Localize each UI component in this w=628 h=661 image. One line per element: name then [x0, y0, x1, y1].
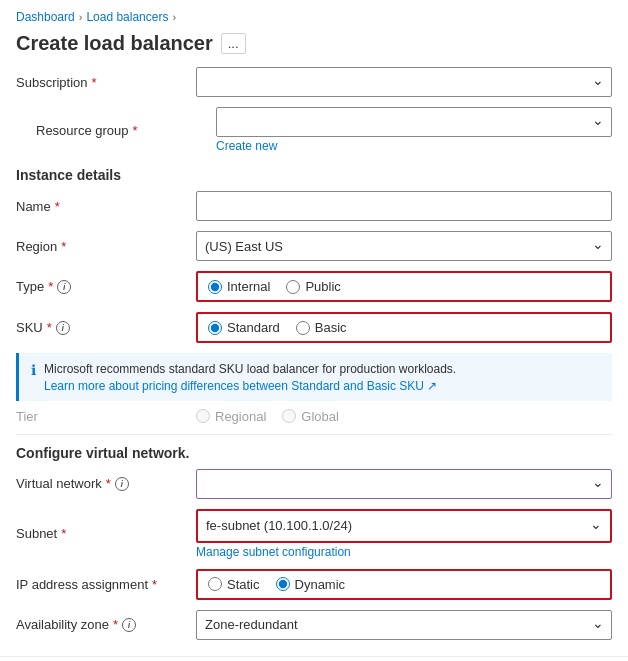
az-dropdown-wrap: Zone-redundant — [196, 610, 612, 640]
ip-address-label: IP address assignment * — [16, 577, 196, 592]
info-banner: ℹ Microsoft recommends standard SKU load… — [16, 353, 612, 401]
sku-basic-option[interactable]: Basic — [296, 320, 347, 335]
type-control: Internal Public — [196, 271, 612, 302]
sku-row: SKU * i Standard Basic — [16, 312, 612, 343]
subnet-outlined-box: fe-subnet (10.100.1.0/24) — [196, 509, 612, 543]
vnet-info-icon[interactable]: i — [115, 477, 129, 491]
info-banner-content: Microsoft recommends standard SKU load b… — [44, 361, 456, 393]
name-input[interactable] — [196, 191, 612, 221]
region-required: * — [61, 239, 66, 254]
type-label: Type * i — [16, 279, 196, 294]
availability-zone-label: Availability zone * i — [16, 617, 196, 632]
type-public-option[interactable]: Public — [286, 279, 340, 294]
subnet-row: Subnet * fe-subnet (10.100.1.0/24) Manag… — [16, 509, 612, 559]
ip-dynamic-option[interactable]: Dynamic — [276, 577, 346, 592]
name-control — [196, 191, 612, 221]
subscription-dropdown[interactable] — [196, 67, 612, 97]
availability-zone-dropdown[interactable]: Zone-redundant — [196, 610, 612, 640]
ellipsis-button[interactable]: ... — [221, 33, 246, 54]
type-internal-label: Internal — [227, 279, 270, 294]
subnet-dropdown[interactable]: fe-subnet (10.100.1.0/24) — [198, 511, 610, 541]
subnet-control: fe-subnet (10.100.1.0/24) Manage subnet … — [196, 509, 612, 559]
subscription-label: Subscription * — [16, 75, 196, 90]
sku-info-icon[interactable]: i — [56, 321, 70, 335]
breadcrumb: Dashboard › Load balancers › — [0, 0, 628, 28]
tier-label: Tier — [16, 409, 196, 424]
info-banner-link[interactable]: Learn more about pricing differences bet… — [44, 379, 437, 393]
sku-radio-group: Standard Basic — [208, 320, 600, 335]
subscription-row: Subscription * — [16, 67, 612, 97]
divider-1 — [16, 434, 612, 435]
name-required: * — [55, 199, 60, 214]
create-new-link[interactable]: Create new — [216, 139, 277, 153]
page-title: Create load balancer — [16, 32, 213, 55]
tier-global-label: Global — [301, 409, 339, 424]
sku-label: SKU * i — [16, 320, 196, 335]
name-label: Name * — [16, 199, 196, 214]
info-banner-icon: ℹ — [31, 362, 36, 378]
name-row: Name * — [16, 191, 612, 221]
breadcrumb-chevron-2: › — [172, 11, 176, 23]
manage-subnet-link[interactable]: Manage subnet configuration — [196, 545, 351, 559]
ip-dynamic-label: Dynamic — [295, 577, 346, 592]
instance-details-title: Instance details — [16, 167, 612, 183]
sku-control: Standard Basic — [196, 312, 612, 343]
ip-static-radio[interactable] — [208, 577, 222, 591]
resource-group-row: Resource group * Create new — [16, 107, 612, 153]
sku-required: * — [47, 320, 52, 335]
sku-standard-label: Standard — [227, 320, 280, 335]
ip-radio-group: Static Dynamic — [208, 577, 600, 592]
ip-dynamic-radio[interactable] — [276, 577, 290, 591]
region-dropdown-wrap: (US) East US — [196, 231, 612, 261]
type-public-label: Public — [305, 279, 340, 294]
tier-global-option: Global — [282, 409, 339, 424]
resource-group-required: * — [133, 123, 138, 138]
external-link-icon: ↗ — [427, 379, 437, 393]
region-label: Region * — [16, 239, 196, 254]
tier-regional-label: Regional — [215, 409, 266, 424]
region-dropdown[interactable]: (US) East US — [196, 231, 612, 261]
region-row: Region * (US) East US — [16, 231, 612, 261]
info-banner-text: Microsoft recommends standard SKU load b… — [44, 361, 456, 378]
virtual-network-dropdown[interactable] — [196, 469, 612, 499]
type-internal-radio[interactable] — [208, 280, 222, 294]
tier-regional-radio — [196, 409, 210, 423]
breadcrumb-dashboard[interactable]: Dashboard — [16, 10, 75, 24]
az-info-icon[interactable]: i — [122, 618, 136, 632]
subnet-label: Subnet * — [16, 526, 196, 541]
resource-group-control: Create new — [216, 107, 612, 153]
subscription-required: * — [92, 75, 97, 90]
az-required: * — [113, 617, 118, 632]
ip-static-option[interactable]: Static — [208, 577, 260, 592]
ip-required: * — [152, 577, 157, 592]
tier-global-radio — [282, 409, 296, 423]
tier-row: Tier Regional Global — [16, 409, 612, 424]
type-row: Type * i Internal Public — [16, 271, 612, 302]
virtual-network-label: Virtual network * i — [16, 476, 196, 491]
sku-basic-label: Basic — [315, 320, 347, 335]
sku-outlined-box: Standard Basic — [196, 312, 612, 343]
configure-vnet-title: Configure virtual network. — [16, 445, 612, 461]
subscription-dropdown-wrap — [196, 67, 612, 97]
resource-group-label: Resource group * — [36, 123, 216, 138]
tier-radios: Regional Global — [196, 409, 339, 424]
availability-zone-row: Availability zone * i Zone-redundant — [16, 610, 612, 640]
ip-static-label: Static — [227, 577, 260, 592]
type-public-radio[interactable] — [286, 280, 300, 294]
vnet-required: * — [106, 476, 111, 491]
breadcrumb-load-balancers[interactable]: Load balancers — [86, 10, 168, 24]
virtual-network-row: Virtual network * i — [16, 469, 612, 499]
type-info-icon[interactable]: i — [57, 280, 71, 294]
breadcrumb-chevron-1: › — [79, 11, 83, 23]
subnet-required: * — [61, 526, 66, 541]
type-radio-group: Internal Public — [208, 279, 600, 294]
type-outlined-box: Internal Public — [196, 271, 612, 302]
ip-address-row: IP address assignment * Static Dynamic — [16, 569, 612, 600]
resource-group-dropdown[interactable] — [216, 107, 612, 137]
sku-standard-radio[interactable] — [208, 321, 222, 335]
type-required: * — [48, 279, 53, 294]
type-internal-option[interactable]: Internal — [208, 279, 270, 294]
sku-basic-radio[interactable] — [296, 321, 310, 335]
tier-regional-option: Regional — [196, 409, 266, 424]
sku-standard-option[interactable]: Standard — [208, 320, 280, 335]
